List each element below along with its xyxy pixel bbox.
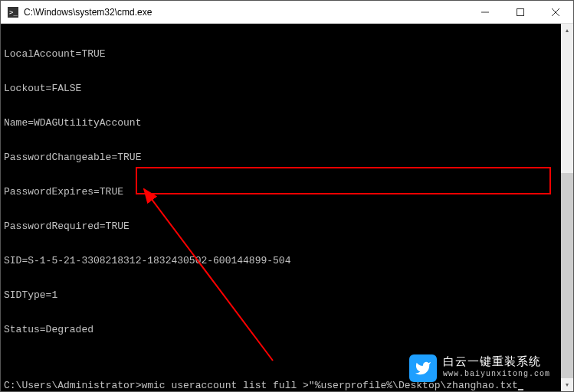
scroll-down-button[interactable]: ▾ [561,378,573,391]
cursor [518,389,523,390]
scroll-thumb[interactable] [561,173,573,378]
output-line: PasswordRequired=TRUE [4,220,570,232]
watermark-text: 白云一键重装系统 www.baiyunxitong.com [443,357,550,380]
maximize-button[interactable] [503,1,538,23]
watermark-sub-text: www.baiyunxitong.com [443,368,550,380]
output-line: Name=WDAGUtilityAccount [4,117,570,129]
annotation-arrow [135,185,349,368]
svg-rect-3 [517,8,524,15]
svg-text:>_: >_ [9,8,18,16]
scroll-track[interactable] [561,37,573,378]
watermark-logo-icon [409,354,437,382]
window-controls [467,1,573,23]
close-button[interactable] [538,1,573,23]
watermark-main-text: 白云一键重装系统 [443,357,550,368]
scroll-up-button[interactable]: ▴ [561,24,573,37]
output-line: PasswordExpires=TRUE [4,186,570,198]
minimize-button[interactable] [467,1,503,23]
svg-line-7 [144,189,273,361]
output-line: Lockout=FALSE [4,83,570,94]
vertical-scrollbar[interactable]: ▴ ▾ [561,24,573,391]
output-line: Status=Degraded [4,324,570,335]
titlebar[interactable]: >_ C:\Windows\system32\cmd.exe [1,1,573,24]
prompt-path: C:\Users\Administrator> [4,380,141,391]
output-line: SID=S-1-5-21-3308218312-1832430502-60014… [4,255,570,266]
window-title: C:\Windows\system32\cmd.exe [24,7,467,18]
cmd-window: >_ C:\Windows\system32\cmd.exe LocalAcco… [0,0,574,392]
output-line: PasswordChangeable=TRUE [4,152,570,163]
output-line: SIDType=1 [4,289,570,301]
cmd-icon: >_ [7,6,19,18]
terminal-area[interactable]: LocalAccount=TRUE Lockout=FALSE Name=WDA… [1,24,573,391]
output-line: LocalAccount=TRUE [4,48,570,60]
watermark: 白云一键重装系统 www.baiyunxitong.com [409,354,550,382]
